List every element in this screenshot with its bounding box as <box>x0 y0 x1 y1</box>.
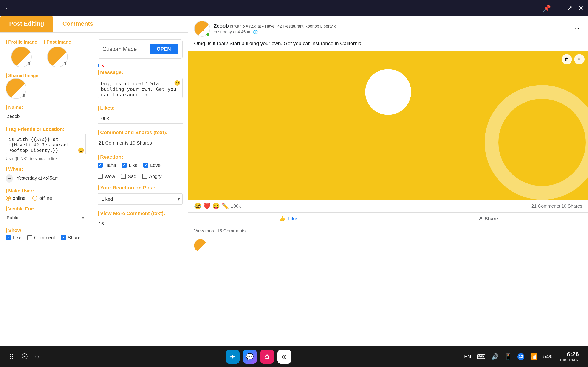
radio-online[interactable]: online <box>6 195 26 201</box>
reaction-angry[interactable]: Angry <box>142 174 162 179</box>
tab-comments[interactable]: Comments <box>53 16 103 32</box>
comment-shares-block: Comment and Shares (text): <box>98 130 183 148</box>
fb-like-btn[interactable]: 👍 Like <box>188 213 388 225</box>
tabs: Post Editing Comments <box>0 16 188 33</box>
fb-bottom-avatar <box>194 239 207 252</box>
show-group: Show: Like Comment Share <box>6 227 86 240</box>
reaction-love[interactable]: Love <box>143 162 161 168</box>
sidebar: Profile Image ⬆ Post Image ⬆ <box>0 33 92 346</box>
view-more-block: View More Comment (text): <box>98 211 183 229</box>
left-panel: Post Editing Comments Profile Image ⬆ <box>0 16 188 346</box>
post-image-label: Post Image <box>44 40 71 45</box>
app-icons-group: ✈ 💬 ✿ ⊕ <box>226 350 291 364</box>
fb-image-edit-btn[interactable]: ✏ <box>574 54 585 65</box>
reaction-emoji-heart: ❤️ <box>203 202 211 210</box>
fb-edit-btn[interactable]: ✏ <box>572 24 582 34</box>
fb-delete-btn[interactable]: 🗑 <box>562 54 572 65</box>
minimize-icon[interactable]: ─ <box>557 4 561 12</box>
top-bar-left: ← <box>5 4 11 12</box>
fb-view-more[interactable]: View more 16 Comments <box>188 225 588 237</box>
restore-icon[interactable]: ⤢ <box>567 4 572 12</box>
post-avatar[interactable]: ⬆ <box>47 47 68 67</box>
main-content: Post Editing Comments Profile Image ⬆ <box>0 16 588 346</box>
message-emoji-btn[interactable]: 😊 <box>174 80 180 86</box>
thumbs-up-icon: 👍 <box>279 216 285 221</box>
notification-badge: 12 <box>518 353 524 360</box>
open-button[interactable]: OPEN <box>150 44 178 54</box>
message-wrapper: Omg, is it real? Start building your own… <box>98 78 183 99</box>
screen-icon[interactable]: 📱 <box>504 353 512 360</box>
flower-glyph: ✿ <box>264 353 270 361</box>
show-share-check[interactable]: Share <box>61 235 81 240</box>
fb-avatar-wrap <box>194 21 210 37</box>
bottom-nav: ⠿ ⦿ ○ ← ✈ 💬 ✿ ⊕ EN ⌨ 🔊 📱 12 📶 54% 6:26 T… <box>0 346 588 367</box>
screen-share-icon[interactable]: ⧉ <box>533 4 537 12</box>
when-icon: ✏ <box>6 174 13 183</box>
fb-post-header: Zeoob is with {{XYZ}} at {{Haveli 42 Res… <box>188 16 588 40</box>
shared-upload-icon[interactable]: ⬆ <box>22 92 26 98</box>
clock-display: 6:26 Tue, 19/07 <box>559 351 579 363</box>
post-upload-icon[interactable]: ⬆ <box>63 61 67 67</box>
reaction-count: 100k <box>231 203 241 209</box>
reaction-emoji-wow: 😝 <box>212 202 220 210</box>
comment-shares-input[interactable] <box>98 138 183 148</box>
visible-for-label: Visible For: <box>6 206 86 211</box>
make-user-label: Make User: <box>6 188 86 194</box>
pin-icon[interactable]: 📌 <box>543 4 551 12</box>
fb-post-meta: Yesterday at 4:45am 🌐 <box>214 30 569 35</box>
when-input[interactable] <box>16 174 86 183</box>
flower-app-icon[interactable]: ✿ <box>260 350 274 364</box>
tag-emoji-btn[interactable]: 😊 <box>78 148 84 153</box>
fb-post-info: Zeoob is with {{XYZ}} at {{Haveli 42 Res… <box>214 23 569 35</box>
show-comment-check[interactable]: Comment <box>27 235 55 240</box>
reaction-list: Haha Like Love Wow <box>98 162 183 179</box>
fb-image-arc <box>485 85 588 200</box>
preview-panel: Zeoob is with {{XYZ}} at {{Haveli 42 Res… <box>188 16 588 346</box>
radio-offline[interactable]: offline <box>32 195 52 201</box>
fb-share-btn[interactable]: ↗ Share <box>388 213 588 225</box>
home-icon[interactable]: ○ <box>35 353 39 361</box>
close-icon[interactable]: ✕ <box>578 4 583 12</box>
show-checkbox-group: Like Comment Share <box>6 235 86 240</box>
reaction-wow-box <box>98 174 103 179</box>
telegram-icon[interactable]: ✈ <box>226 350 240 364</box>
name-input[interactable] <box>6 112 86 121</box>
visible-for-wrapper: Public Friends Only Me ▾ <box>6 213 86 223</box>
back-icon[interactable]: ← <box>5 4 11 12</box>
when-label: When: <box>6 166 86 172</box>
reaction-sad[interactable]: Sad <box>121 174 136 179</box>
your-reaction-select[interactable]: Liked None Love Haha Wow Sad Angry <box>98 193 183 205</box>
profile-upload-icon[interactable]: ⬆ <box>27 61 31 67</box>
tag-friends-input[interactable]: is with {{XYZ}} at {{Haveli 42 Restauran… <box>6 134 86 154</box>
image-upload-area: Profile Image ⬆ Post Image ⬆ <box>6 40 86 67</box>
profile-avatar[interactable]: ⬆ <box>11 47 32 67</box>
sound-icon[interactable]: 🔊 <box>491 353 499 360</box>
recents-icon[interactable]: ⦿ <box>21 353 28 361</box>
show-like-check[interactable]: Like <box>6 235 22 240</box>
tab-post-editing[interactable]: Post Editing <box>0 16 53 32</box>
reaction-like[interactable]: Like <box>122 162 138 168</box>
info-icon: ℹ <box>98 63 99 68</box>
name-group: Name: <box>6 105 86 121</box>
message-input[interactable]: Omg, is it real? Start building your own… <box>98 78 183 98</box>
messenger-icon[interactable]: 💬 <box>243 350 257 364</box>
custom-made-bar: Custom Made OPEN <box>98 40 183 59</box>
reaction-haha-box <box>98 163 103 168</box>
bottom-nav-right: EN ⌨ 🔊 📱 12 📶 54% 6:26 Tue, 19/07 <box>464 351 579 363</box>
likes-input[interactable] <box>98 113 183 124</box>
keyboard-icon[interactable]: ⌨ <box>477 353 485 360</box>
back-nav-icon[interactable]: ← <box>46 353 53 361</box>
reaction-wow[interactable]: Wow <box>98 174 115 179</box>
comments-shares-count: 21 Comments 10 Shares <box>531 203 582 209</box>
info-close[interactable]: ✕ <box>101 63 104 68</box>
apps-grid-icon[interactable]: ⠿ <box>9 353 14 361</box>
visible-for-select[interactable]: Public Friends Only Me <box>6 213 86 223</box>
fb-post-image: 🗑 ✏ <box>188 51 588 200</box>
fb-action-buttons: 👍 Like ↗ Share <box>188 213 588 225</box>
shared-avatar[interactable]: ⬆ <box>6 78 26 99</box>
chrome-icon[interactable]: ⊕ <box>277 350 291 364</box>
shared-image-area: Shared Image ⬆ <box>6 73 86 99</box>
view-more-input[interactable] <box>98 219 183 229</box>
tag-friends-group: Tag Friends or Location: is with {{XYZ}}… <box>6 126 86 161</box>
reaction-haha[interactable]: Haha <box>98 162 116 168</box>
